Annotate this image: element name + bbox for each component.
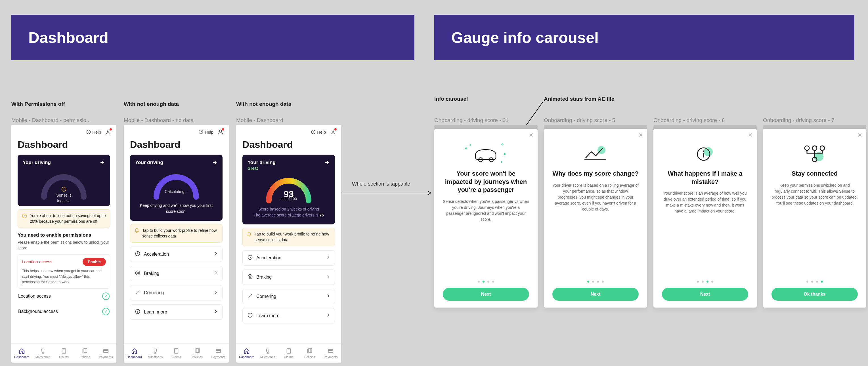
metric-cornering[interactable]: Cornering: [242, 289, 335, 304]
dot[interactable]: [487, 280, 489, 282]
tab-label: Claims: [59, 355, 69, 359]
metric-learn-more[interactable]: Learn more: [242, 308, 335, 324]
dot[interactable]: [592, 280, 594, 282]
next-button[interactable]: Next: [443, 288, 529, 301]
tab-dashboard[interactable]: Dashboard: [124, 343, 145, 363]
dot[interactable]: [697, 280, 699, 282]
help-link[interactable]: Help: [311, 130, 326, 134]
dot[interactable]: [707, 280, 709, 282]
dot[interactable]: [587, 280, 589, 282]
tab-policies[interactable]: Policies: [187, 343, 208, 363]
arrow-to-carousel: [339, 190, 433, 196]
metric-acceleration[interactable]: Acceleration: [130, 246, 222, 262]
close-icon[interactable]: ✕: [529, 132, 534, 138]
tab-dashboard[interactable]: Dashboard: [11, 343, 32, 363]
tab-icon: [103, 348, 109, 355]
tab-label: Dashboard: [239, 355, 254, 359]
tab-policies[interactable]: Policies: [299, 343, 320, 363]
tab-payments[interactable]: Payments: [320, 343, 341, 363]
driving-card[interactable]: Your driving Great: [242, 155, 335, 225]
tab-payments[interactable]: Payments: [208, 343, 229, 363]
permission-row-location[interactable]: Location access ✓: [18, 289, 110, 304]
dot[interactable]: [711, 280, 713, 282]
tab-label: Payments: [324, 355, 338, 359]
tab-claims[interactable]: Claims: [53, 343, 74, 363]
tab-label: Milestones: [260, 355, 275, 359]
profile-avatar[interactable]: [217, 129, 224, 135]
dot[interactable]: [702, 280, 704, 282]
notice-text: Tap to build your work profile to refine…: [255, 232, 331, 242]
carousel-title: Stay connected: [772, 170, 858, 178]
svg-rect-34: [216, 349, 221, 353]
tab-claims[interactable]: Claims: [166, 343, 187, 363]
driving-card-title: Your driving: [248, 160, 276, 165]
dot[interactable]: [811, 280, 813, 282]
dot[interactable]: [821, 280, 823, 282]
dot[interactable]: [492, 280, 494, 282]
driving-card[interactable]: Your driving Calculating... Keep driving…: [130, 155, 222, 221]
profile-notice[interactable]: Tap to build your work profile to refine…: [242, 228, 335, 246]
svg-point-37: [313, 133, 314, 133]
tab-label: Policies: [80, 355, 90, 359]
metric-icon: [247, 274, 253, 280]
metric-acceleration[interactable]: Acceleration: [242, 250, 335, 266]
close-icon[interactable]: ✕: [858, 132, 862, 138]
driving-card[interactable]: Your driving Sense is inactive: [18, 155, 110, 206]
tab-dashboard[interactable]: Dashboard: [236, 343, 257, 363]
chevron-right-icon: [214, 290, 218, 295]
metric-label: Braking: [256, 275, 272, 280]
metric-icon: [135, 251, 141, 258]
driving-card-subtitle: Great: [248, 166, 276, 170]
svg-point-64: [820, 146, 825, 151]
help-link[interactable]: Help: [199, 130, 213, 134]
svg-point-38: [332, 130, 334, 132]
tab-milestones[interactable]: Milestones: [145, 343, 166, 363]
close-icon[interactable]: ✕: [639, 132, 643, 138]
page-title: Dashboard: [236, 139, 341, 155]
next-button[interactable]: Next: [552, 288, 639, 301]
carousel-card-3: ✕ What happens if I make a mistake? Your…: [653, 129, 757, 307]
label-info-carousel: Info carousel: [434, 96, 468, 102]
tab-policies[interactable]: Policies: [74, 343, 95, 363]
profile-notice[interactable]: Tap to build your work profile to refine…: [130, 224, 222, 242]
dot[interactable]: [483, 280, 485, 282]
metrics-list: AccelerationBrakingCorneringLearn more: [242, 250, 335, 324]
enable-button[interactable]: Enable: [83, 258, 106, 266]
help-link[interactable]: Help: [86, 130, 101, 134]
dot[interactable]: [602, 280, 604, 282]
metric-label: Acceleration: [256, 255, 281, 261]
tab-payments[interactable]: Payments: [95, 343, 116, 363]
tab-icon: [215, 348, 221, 355]
metric-braking[interactable]: Braking: [242, 270, 335, 285]
tab-milestones[interactable]: Milestones: [32, 343, 53, 363]
score-outof: out of 100: [260, 197, 317, 201]
svg-point-20: [201, 133, 201, 133]
dot[interactable]: [597, 280, 599, 282]
profile-avatar[interactable]: [105, 129, 111, 135]
permission-row-background[interactable]: Background access ✓: [18, 304, 110, 319]
gauge-scored: 93 out of 100: [260, 172, 317, 203]
metric-braking[interactable]: Braking: [130, 266, 222, 281]
close-icon[interactable]: ✕: [748, 132, 753, 138]
tab-label: Policies: [304, 355, 315, 359]
section-carousel-header: Gauge info carousel: [434, 15, 855, 60]
metric-learn-more[interactable]: Learn more: [130, 304, 222, 320]
tab-milestones[interactable]: Milestones: [257, 343, 278, 363]
svg-point-63: [812, 146, 817, 151]
chevron-right-icon: [326, 275, 330, 280]
dot[interactable]: [478, 280, 480, 282]
next-button[interactable]: Next: [662, 288, 748, 301]
profile-avatar[interactable]: [330, 129, 336, 135]
chart-line-icon: [552, 141, 639, 167]
carousel-title: Why does my score change?: [552, 170, 639, 178]
dot[interactable]: [816, 280, 818, 282]
metric-icon: [247, 293, 253, 300]
svg-rect-17: [103, 349, 108, 353]
tab-claims[interactable]: Claims: [278, 343, 299, 363]
metric-cornering[interactable]: Cornering: [130, 285, 222, 300]
tab-icon: [194, 348, 200, 355]
ok-thanks-button[interactable]: Ok thanks: [772, 288, 858, 301]
gauge-calculating-label: Calculating...: [148, 189, 205, 194]
dot[interactable]: [806, 280, 808, 282]
tab-icon: [265, 348, 271, 355]
